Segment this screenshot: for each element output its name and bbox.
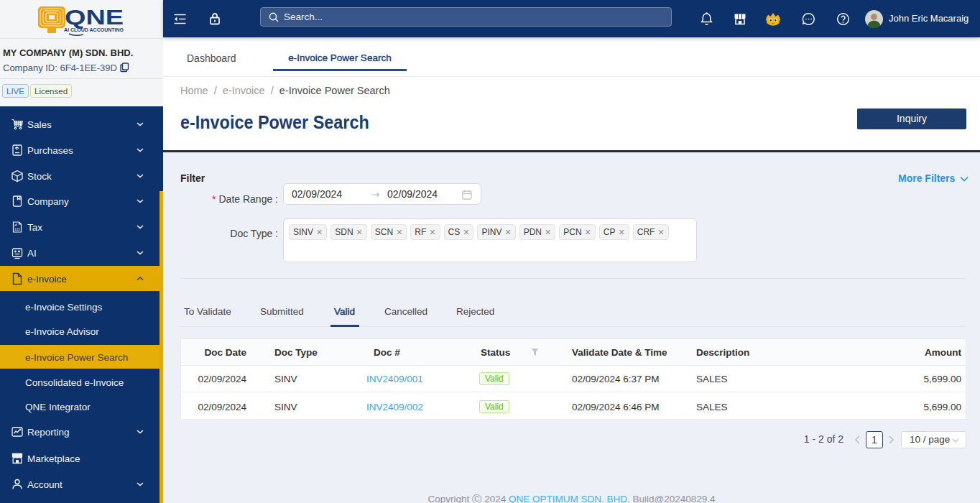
svg-text:AI CLOUD ACCOUNTING: AI CLOUD ACCOUNTING — [64, 27, 124, 32]
svg-text:123: 123 — [14, 228, 20, 231]
svg-text:QNE: QNE — [65, 5, 124, 29]
